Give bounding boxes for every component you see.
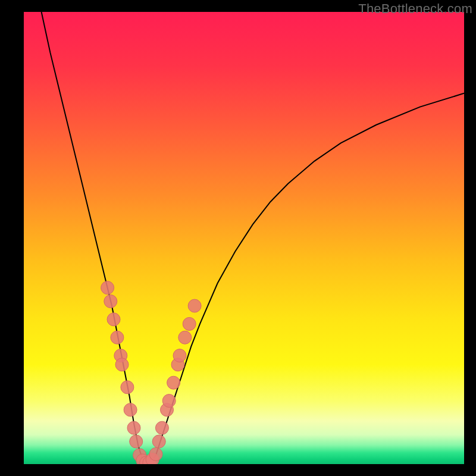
data-marker [167, 376, 180, 389]
watermark: TheBottleneck.com [358, 1, 472, 17]
data-marker [107, 313, 120, 326]
data-marker [149, 447, 162, 461]
data-marker [152, 435, 165, 448]
data-marker [101, 281, 114, 295]
data-marker [124, 403, 137, 416]
plot-area [24, 12, 464, 464]
data-marker [178, 331, 192, 344]
data-marker [155, 421, 168, 434]
data-marker [183, 317, 196, 330]
data-marker [127, 421, 140, 434]
data-marker [111, 331, 124, 344]
data-marker [130, 435, 143, 448]
data-marker [162, 394, 176, 408]
data-marker [188, 299, 201, 312]
chart-svg [24, 12, 464, 464]
data-marker [104, 295, 117, 308]
data-marker [115, 358, 129, 371]
data-marker [121, 381, 134, 394]
data-marker [173, 349, 186, 362]
chart-container: TheBottleneck.com [0, 0, 476, 476]
